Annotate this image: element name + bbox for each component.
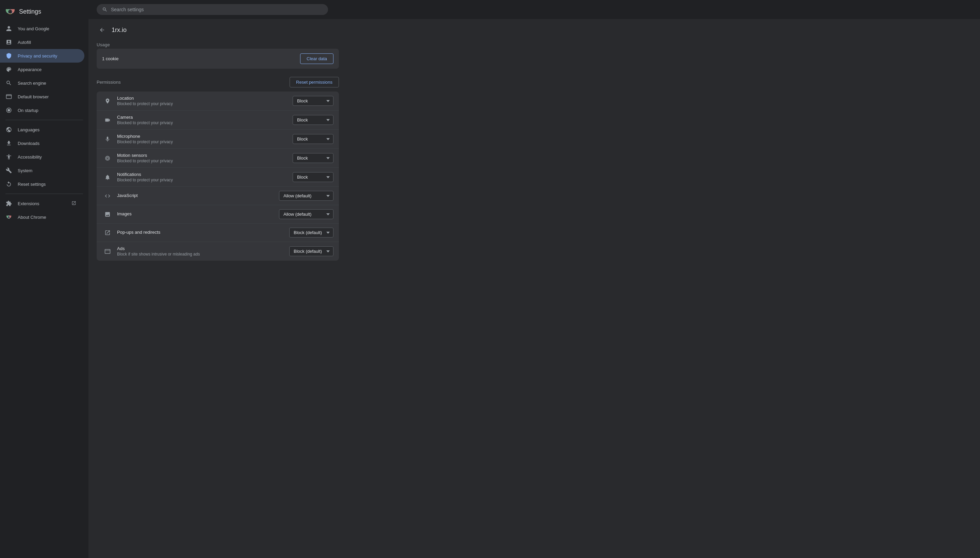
- popups-select[interactable]: Block (default): [289, 228, 333, 238]
- camera-status: Blocked to protect your privacy: [117, 120, 293, 125]
- sidebar-item-reset-settings[interactable]: Reset settings: [0, 177, 84, 191]
- ads-info: Ads Block if site shows intrusive or mis…: [117, 246, 289, 256]
- motion-sensors-select[interactable]: Block: [293, 153, 333, 163]
- sidebar-item-default-browser-label: Default browser: [18, 94, 49, 99]
- usage-row: 1 cookie Clear data: [97, 49, 339, 69]
- images-info: Images: [117, 211, 279, 217]
- cookie-count: 1 cookie: [102, 56, 118, 61]
- microphone-select[interactable]: Block: [293, 134, 333, 144]
- sidebar-item-on-startup[interactable]: On startup: [0, 103, 84, 117]
- popups-info: Pop-ups and redirects: [117, 230, 289, 235]
- camera-select[interactable]: Block: [293, 115, 333, 125]
- reset-icon: [5, 181, 12, 187]
- permission-row-location: Location Blocked to protect your privacy…: [97, 92, 339, 111]
- javascript-icon: [102, 193, 113, 199]
- motion-sensors-name: Motion sensors: [117, 153, 293, 158]
- location-info: Location Blocked to protect your privacy: [117, 95, 293, 106]
- site-header: 1rx.io: [97, 19, 339, 39]
- download-icon: [5, 140, 12, 147]
- extension-icon: [5, 200, 12, 207]
- back-button[interactable]: [97, 25, 108, 35]
- permission-row-ads: Ads Block if site shows intrusive or mis…: [97, 242, 339, 261]
- svg-rect-8: [105, 249, 110, 253]
- location-status: Blocked to protect your privacy: [117, 102, 293, 106]
- sidebar-divider-2: [5, 194, 83, 194]
- ads-name: Ads: [117, 246, 289, 251]
- site-content: 1rx.io Usage 1 cookie Clear data Permiss…: [89, 19, 347, 274]
- sidebar-item-accessibility[interactable]: Accessibility: [0, 150, 84, 164]
- system-icon: [5, 167, 12, 174]
- javascript-select[interactable]: Allow (default): [279, 191, 333, 201]
- shield-icon: [5, 53, 12, 59]
- search-input[interactable]: [111, 7, 323, 12]
- location-icon: [102, 98, 113, 104]
- autofill-icon: [5, 39, 12, 46]
- sidebar-item-about-chrome-label: About Chrome: [18, 215, 46, 220]
- location-name: Location: [117, 95, 293, 101]
- search-engine-icon: [5, 80, 12, 87]
- javascript-name: JavaScript: [117, 193, 279, 198]
- sidebar-item-on-startup-label: On startup: [18, 108, 38, 113]
- sidebar-item-privacy-and-security[interactable]: Privacy and security: [0, 49, 84, 62]
- sidebar-item-about-chrome[interactable]: About Chrome: [0, 210, 84, 224]
- motion-sensors-status: Blocked to protect your privacy: [117, 159, 293, 163]
- sidebar-item-extensions[interactable]: Extensions: [0, 197, 84, 210]
- sidebar-item-appearance[interactable]: Appearance: [0, 62, 84, 76]
- search-icon: [102, 7, 108, 12]
- sidebar-header: Settings: [0, 3, 89, 22]
- permission-row-microphone: Microphone Blocked to protect your priva…: [97, 130, 339, 149]
- images-select[interactable]: Allow (default): [279, 209, 333, 219]
- site-title: 1rx.io: [112, 26, 126, 34]
- camera-info: Camera Blocked to protect your privacy: [117, 115, 293, 125]
- search-bar-container: [89, 0, 980, 19]
- ads-icon: [102, 248, 113, 254]
- sidebar-item-accessibility-label: Accessibility: [18, 154, 42, 159]
- sidebar-item-search-engine[interactable]: Search engine: [0, 76, 84, 90]
- reset-permissions-button[interactable]: Reset permissions: [290, 77, 339, 87]
- popups-icon: [102, 230, 113, 236]
- motion-sensors-info: Motion sensors Blocked to protect your p…: [117, 153, 293, 163]
- notifications-name: Notifications: [117, 172, 293, 177]
- sidebar-item-privacy-label: Privacy and security: [18, 53, 57, 59]
- usage-label: Usage: [97, 39, 339, 49]
- permission-row-popups: Pop-ups and redirects Block (default): [97, 223, 339, 242]
- sidebar-item-downloads[interactable]: Downloads: [0, 136, 84, 150]
- search-wrapper[interactable]: [97, 4, 328, 15]
- permissions-list: Location Blocked to protect your privacy…: [97, 92, 339, 261]
- permission-row-notifications: Notifications Blocked to protect your pr…: [97, 168, 339, 187]
- main-content: 1rx.io Usage 1 cookie Clear data Permiss…: [89, 0, 980, 558]
- about-chrome-icon: [5, 214, 12, 220]
- microphone-name: Microphone: [117, 134, 293, 139]
- images-name: Images: [117, 211, 279, 217]
- sidebar-item-autofill[interactable]: Autofill: [0, 35, 84, 49]
- motion-sensors-icon: [102, 155, 113, 161]
- location-select[interactable]: Block: [293, 96, 333, 106]
- external-link-icon: [71, 201, 76, 207]
- globe-icon: [5, 126, 12, 133]
- permissions-label: Permissions: [97, 80, 121, 85]
- on-startup-icon: [5, 107, 12, 114]
- sidebar-item-extensions-label: Extensions: [18, 201, 39, 206]
- sidebar-item-languages[interactable]: Languages: [0, 123, 84, 136]
- chrome-logo-icon: [5, 7, 15, 16]
- clear-data-button[interactable]: Clear data: [300, 53, 333, 64]
- permission-row-camera: Camera Blocked to protect your privacy B…: [97, 111, 339, 130]
- person-icon: [5, 25, 12, 32]
- sidebar-item-you-and-google[interactable]: You and Google: [0, 22, 84, 35]
- sidebar-item-you-and-google-label: You and Google: [18, 26, 49, 31]
- permission-row-motion-sensors: Motion sensors Blocked to protect your p…: [97, 149, 339, 168]
- ads-select[interactable]: Block (default): [289, 246, 333, 256]
- notifications-icon: [102, 174, 113, 181]
- microphone-info: Microphone Blocked to protect your priva…: [117, 134, 293, 144]
- popups-name: Pop-ups and redirects: [117, 230, 289, 235]
- sidebar-item-languages-label: Languages: [18, 127, 39, 132]
- sidebar-item-autofill-label: Autofill: [18, 40, 31, 45]
- sidebar-item-system-label: System: [18, 168, 32, 173]
- notifications-select[interactable]: Block: [293, 172, 333, 182]
- ads-status: Block if site shows intrusive or mislead…: [117, 252, 289, 256]
- sidebar-item-default-browser[interactable]: Default browser: [0, 90, 84, 103]
- sidebar-item-system[interactable]: System: [0, 164, 84, 177]
- accessibility-icon: [5, 153, 12, 160]
- svg-point-5: [8, 109, 10, 112]
- permission-row-images: Images Allow (default): [97, 205, 339, 223]
